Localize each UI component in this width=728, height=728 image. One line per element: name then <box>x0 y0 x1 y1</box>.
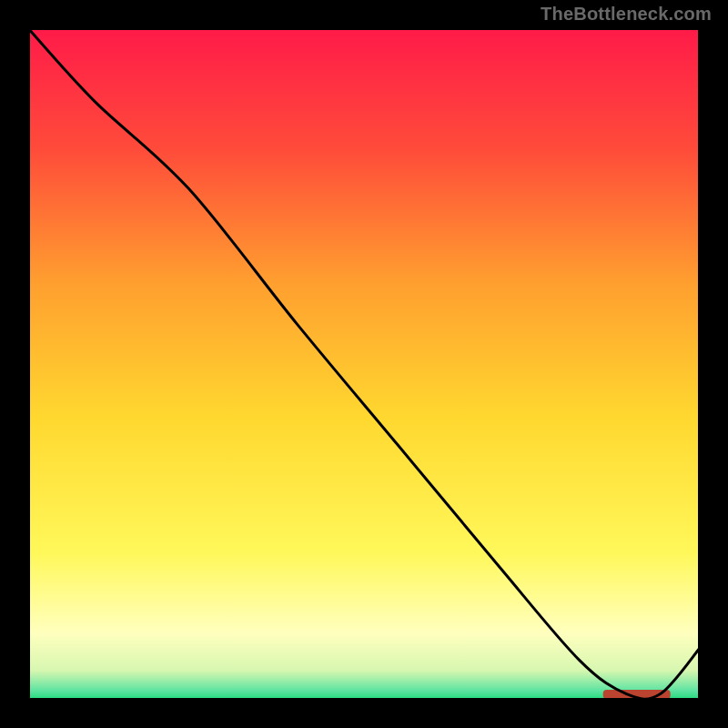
plot-background <box>27 27 701 701</box>
chart-svg <box>0 0 728 728</box>
chart-stage: TheBottleneck.com <box>0 0 728 728</box>
